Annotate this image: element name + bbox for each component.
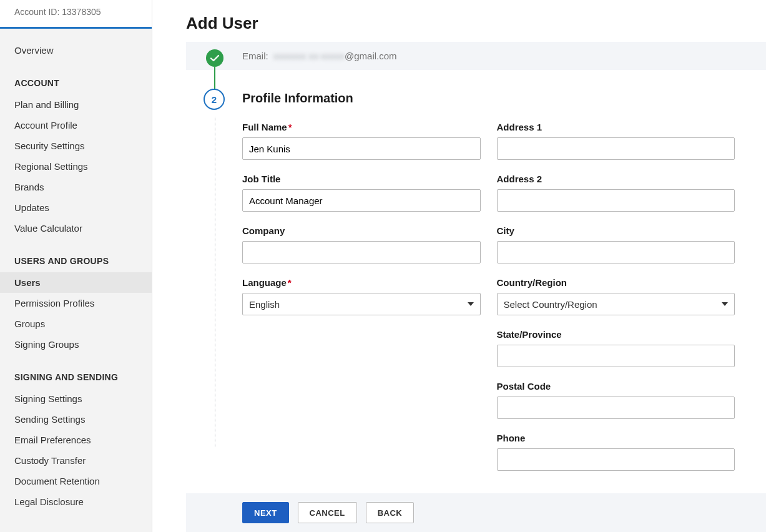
sidebar-item-groups[interactable]: Groups <box>0 313 152 334</box>
postal-input[interactable] <box>497 397 735 419</box>
main-content: Add User Email: xxxxxxx xx-xxxxx@gmail.c… <box>152 0 766 532</box>
sidebar-item-updates[interactable]: Updates <box>0 197 152 218</box>
address2-input[interactable] <box>497 189 735 212</box>
profile-form: Full Name* Job Title Company Language* E… <box>186 122 766 485</box>
language-select[interactable]: English <box>242 293 481 315</box>
sidebar-item-signing-groups[interactable]: Signing Groups <box>0 334 152 355</box>
step-number-badge: 2 <box>204 89 225 110</box>
sidebar-item-custody-transfer[interactable]: Custody Transfer <box>0 450 152 471</box>
sidebar-item-security-settings[interactable]: Security Settings <box>0 135 152 156</box>
label-language: Language* <box>242 277 481 288</box>
step-connector-dotted <box>215 117 215 447</box>
sidebar-item-legal-disclosure[interactable]: Legal Disclosure <box>0 491 152 512</box>
back-button[interactable]: BACK <box>366 502 415 523</box>
sidebar-heading-signing-sending: SIGNING AND SENDING <box>0 372 152 388</box>
step-email-value: xxxxxxx xx-xxxxx <box>273 51 345 61</box>
chevron-down-icon <box>722 302 728 306</box>
wizard: Email: xxxxxxx xx-xxxxx@gmail.com 2 Prof… <box>186 42 766 485</box>
sidebar-item-signing-settings[interactable]: Signing Settings <box>0 388 152 409</box>
chevron-down-icon <box>468 302 474 306</box>
state-input[interactable] <box>497 345 735 367</box>
sidebar-heading-account: ACCOUNT <box>0 78 152 94</box>
cancel-button[interactable]: CANCEL <box>298 502 357 523</box>
label-phone: Phone <box>497 433 735 443</box>
city-input[interactable] <box>497 241 735 264</box>
account-id: Account ID: 13378305 <box>0 0 152 29</box>
country-select-value: Select Country/Region <box>504 299 597 310</box>
sidebar-item-permission-profiles[interactable]: Permission Profiles <box>0 293 152 313</box>
label-full-name: Full Name* <box>242 122 481 132</box>
sidebar-item-sending-settings[interactable]: Sending Settings <box>0 409 152 430</box>
label-state: State/Province <box>497 329 735 340</box>
sidebar-item-email-preferences[interactable]: Email Preferences <box>0 430 152 450</box>
label-company: Company <box>242 225 481 236</box>
sidebar-item-account-profile[interactable]: Account Profile <box>0 115 152 135</box>
country-select[interactable]: Select Country/Region <box>497 293 735 315</box>
sidebar-item-document-retention[interactable]: Document Retention <box>0 471 152 491</box>
page-title: Add User <box>186 0 766 42</box>
full-name-input[interactable] <box>242 137 481 160</box>
label-city: City <box>497 225 735 236</box>
sidebar-item-users[interactable]: Users <box>0 272 152 293</box>
step-email-row: Email: xxxxxxx xx-xxxxx@gmail.com <box>186 42 766 70</box>
phone-input[interactable] <box>497 448 735 471</box>
check-icon <box>206 49 223 67</box>
sidebar-item-plan-billing[interactable]: Plan and Billing <box>0 94 152 115</box>
sidebar-item-brands[interactable]: Brands <box>0 177 152 197</box>
label-job-title: Job Title <box>242 174 481 184</box>
label-country: Country/Region <box>497 277 735 288</box>
sidebar-heading-users-groups: USERS AND GROUPS <box>0 256 152 272</box>
next-button[interactable]: NEXT <box>242 502 289 523</box>
sidebar-item-overview[interactable]: Overview <box>0 40 152 61</box>
language-select-value: English <box>249 299 280 310</box>
label-address2: Address 2 <box>497 174 735 184</box>
section-title-profile: Profile Information <box>242 91 766 122</box>
sidebar-item-value-calculator[interactable]: Value Calculator <box>0 218 152 239</box>
wizard-footer: NEXT CANCEL BACK <box>186 493 766 532</box>
company-input[interactable] <box>242 241 481 264</box>
form-col-right: Address 1 Address 2 City Country/Region … <box>497 122 735 485</box>
label-postal: Postal Code <box>497 381 735 392</box>
form-col-left: Full Name* Job Title Company Language* E… <box>242 122 481 485</box>
step-profile-header: 2 Profile Information <box>186 70 766 122</box>
address1-input[interactable] <box>497 137 735 160</box>
step-email-domain: @gmail.com <box>345 51 397 61</box>
sidebar-item-regional-settings[interactable]: Regional Settings <box>0 156 152 177</box>
label-address1: Address 1 <box>497 122 735 132</box>
step-email-label: Email: <box>242 51 268 61</box>
sidebar: Account ID: 13378305 Overview ACCOUNT Pl… <box>0 0 152 532</box>
job-title-input[interactable] <box>242 189 481 212</box>
